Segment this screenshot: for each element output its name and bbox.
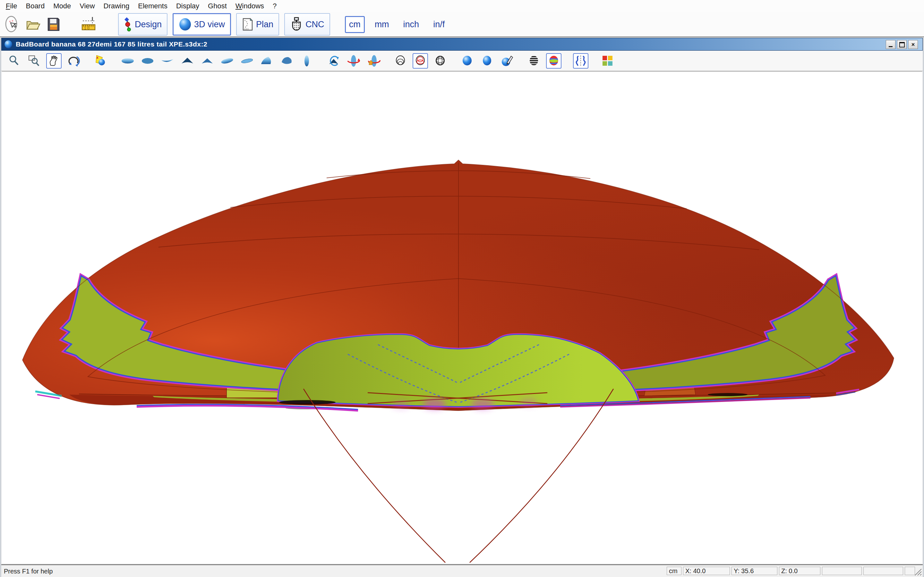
document-window: BadBoard banana 68 27demi 167 85 litres … — [0, 38, 924, 577]
view-bottom-icon[interactable] — [140, 53, 155, 69]
render-painted-icon[interactable] — [499, 53, 515, 69]
dimensions-icon[interactable]: 1 0 — [80, 15, 97, 33]
view-perspective-2-icon[interactable] — [279, 53, 294, 69]
rocker-curves — [304, 389, 614, 562]
cnc-icon — [290, 17, 303, 32]
color-palette-icon[interactable] — [600, 53, 615, 69]
maximize-button[interactable] — [897, 40, 907, 49]
design-icon — [124, 17, 132, 31]
render-mesh-icon[interactable] — [433, 53, 448, 69]
view-top-icon[interactable] — [120, 53, 136, 69]
unit-mm-button[interactable]: mm — [371, 16, 393, 33]
view-bottom-tilted-icon[interactable] — [239, 53, 255, 69]
cnc-button-label: CNC — [305, 19, 325, 29]
status-bar: Press F1 for help cm X: 40.0 Y: 35.6 Z: … — [1, 564, 923, 577]
3d-viewport[interactable] — [2, 71, 922, 563]
view-rocker-icon[interactable] — [160, 53, 175, 69]
plan-icon — [242, 17, 254, 31]
pan-hand-icon[interactable] — [46, 53, 61, 69]
animate-spin-icon[interactable] — [346, 53, 361, 69]
view-toolbar — [1, 51, 923, 71]
rotate-3d-icon[interactable] — [66, 53, 81, 69]
unit-inch-button[interactable]: inch — [399, 16, 423, 33]
status-help-text: Press F1 for help — [4, 568, 53, 575]
document-icon — [4, 40, 13, 48]
menu-file[interactable]: File — [6, 2, 17, 10]
menu-view[interactable]: View — [79, 2, 95, 10]
zoom-window-icon[interactable] — [26, 53, 42, 69]
render-zebra-icon[interactable] — [526, 53, 541, 69]
minimize-button[interactable] — [886, 40, 895, 49]
view-front-icon[interactable] — [180, 53, 195, 69]
new-board-icon[interactable] — [4, 15, 21, 33]
menu-display[interactable]: Display — [176, 2, 199, 10]
status-y: Y: 35.6 — [732, 567, 777, 575]
view-perspective-icon[interactable] — [259, 53, 275, 69]
cnc-button[interactable]: CNC — [284, 13, 330, 35]
design-button[interactable]: Design — [118, 13, 168, 35]
design-button-label: Design — [135, 19, 162, 29]
status-extra-2 — [863, 567, 903, 575]
zoom-icon[interactable] — [6, 53, 22, 69]
unit-cm-button[interactable]: cm — [345, 16, 365, 33]
menu-board[interactable]: Board — [26, 2, 45, 10]
view-back-icon[interactable] — [200, 53, 215, 69]
menu-ghost[interactable]: Ghost — [208, 2, 227, 10]
menu-elements[interactable]: Elements — [138, 2, 168, 10]
board-render — [2, 71, 922, 563]
view-top-tilted-icon[interactable] — [220, 53, 235, 69]
render-wireframe-red-icon[interactable] — [413, 53, 428, 69]
unit-inf-button[interactable]: in/f — [429, 16, 449, 33]
3d-view-icon — [179, 18, 192, 31]
status-unit: cm — [667, 567, 682, 575]
render-smooth-icon[interactable] — [479, 53, 495, 69]
main-toolbar: 1 0 Design 3D view Plan — [0, 12, 924, 37]
menu-bar: File Board Mode View Drawing Elements Di… — [0, 0, 924, 12]
save-file-icon[interactable] — [45, 15, 61, 33]
resize-grip[interactable] — [914, 568, 922, 576]
plan-button-label: Plan — [256, 19, 273, 29]
status-z: Z: 0.0 — [779, 567, 821, 575]
render-solid-icon[interactable] — [459, 53, 475, 69]
document-title-bar: BadBoard banana 68 27demi 167 85 litres … — [1, 38, 923, 51]
3d-view-button-label: 3D view — [194, 19, 225, 29]
open-file-icon[interactable] — [24, 15, 41, 33]
animate-spin-step-icon[interactable] — [366, 53, 381, 69]
svg-text:1 0: 1 0 — [84, 26, 89, 31]
view-outline-icon[interactable] — [299, 53, 314, 69]
menu-mode[interactable]: Mode — [53, 2, 71, 10]
3d-view-button[interactable]: 3D view — [173, 13, 231, 35]
menu-windows[interactable]: Windows — [236, 2, 264, 10]
close-button[interactable]: × — [908, 40, 918, 49]
menu-help[interactable]: ? — [273, 2, 276, 10]
render-curvature-icon[interactable] — [546, 53, 561, 69]
animate-flip-icon[interactable] — [326, 53, 341, 69]
plan-button[interactable]: Plan — [236, 13, 279, 35]
toggle-symmetry-icon[interactable] — [573, 53, 588, 69]
light-direction-icon[interactable] — [93, 53, 108, 69]
status-x: X: 40.0 — [683, 567, 730, 575]
render-wireframe-icon[interactable] — [393, 53, 408, 69]
menu-drawing[interactable]: Drawing — [103, 2, 129, 10]
status-extra-1 — [822, 567, 862, 575]
document-title: BadBoard banana 68 27demi 167 85 litres … — [16, 40, 207, 48]
